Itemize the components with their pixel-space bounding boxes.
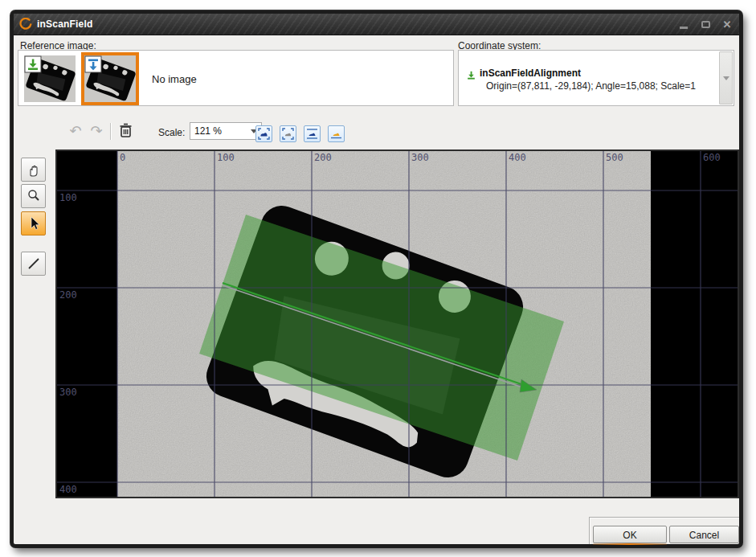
cancel-button[interactable]: Cancel <box>669 526 739 543</box>
scan-scene <box>57 151 738 497</box>
scale-value[interactable]: 121 % <box>190 125 251 137</box>
import-down-green-icon <box>466 70 476 80</box>
zoom-fit-icon[interactable] <box>255 125 272 142</box>
toolbar-separator <box>110 123 111 140</box>
scale-label: Scale: <box>158 127 185 138</box>
maximize-button[interactable] <box>700 19 711 31</box>
coordinate-scrollbar[interactable] <box>719 51 733 104</box>
cursor-arrow-icon <box>26 215 42 231</box>
undo-icon[interactable]: ↶ <box>67 122 84 140</box>
window-title: inScanField <box>37 18 93 30</box>
magnifier-icon <box>26 188 42 204</box>
image-viewport[interactable]: 0 100 200 300 400 500 600 100 200 300 40… <box>55 149 739 498</box>
no-image-text: No image <box>152 73 197 85</box>
zoom-width-icon[interactable] <box>304 125 321 142</box>
inscanfield-dialog: inScanField ✕ Reference image: <box>10 10 742 547</box>
reference-image-box: No image <box>18 50 454 106</box>
app-gauge-icon <box>19 18 32 31</box>
zoom-selection-icon[interactable] <box>328 125 345 142</box>
coordinate-system-box: inScanFieldAlignment Origin=(87,811, -29… <box>458 50 734 106</box>
select-tool[interactable] <box>21 211 46 235</box>
zoom-actual-icon[interactable] <box>280 125 296 142</box>
minimize-button[interactable] <box>678 19 689 31</box>
scale-combobox[interactable]: 121 % <box>190 122 262 140</box>
coordinate-item-details: Origin=(87,811, -29,184); Angle=15,088; … <box>486 80 696 92</box>
redo-icon[interactable]: ↷ <box>88 122 105 140</box>
ok-button[interactable]: OK <box>593 526 667 543</box>
close-button[interactable]: ✕ <box>721 19 733 31</box>
pan-tool[interactable] <box>21 158 46 182</box>
zoom-tool[interactable] <box>21 184 46 208</box>
trash-icon[interactable] <box>116 121 134 139</box>
line-tool[interactable] <box>21 252 46 276</box>
title-bar[interactable]: inScanField ✕ <box>14 14 739 35</box>
insert-down-blue-icon <box>85 56 101 72</box>
reference-thumbnail-1[interactable] <box>24 55 76 102</box>
import-down-green-icon <box>25 56 41 72</box>
reference-thumbnail-2[interactable] <box>81 52 139 105</box>
hand-icon <box>26 162 42 178</box>
chevron-down-icon[interactable] <box>723 76 729 80</box>
line-icon <box>26 256 42 272</box>
coordinate-item-name[interactable]: inScanFieldAlignment <box>480 68 581 79</box>
